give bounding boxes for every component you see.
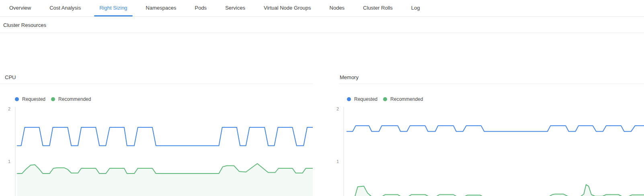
tab-right-sizing[interactable]: Right Sizing [90,0,136,16]
legend-label-recommended: Recommended [390,96,423,102]
tab-namespaces[interactable]: Namespaces [137,0,186,16]
tab-pods[interactable]: Pods [185,0,216,16]
tab-bar: OverviewCost AnalysisRight SizingNamespa… [0,0,644,17]
legend-label-requested: Requested [354,96,377,102]
memory-chart-canvas: 012Sep 13Sep 14Sep 15Sep 16Sep 17Sep 18S… [328,104,644,196]
active-tab-underline [94,15,132,16]
section-title-cluster-resources: Cluster Resources [0,17,644,33]
legend-item-requested[interactable]: Requested [15,96,45,102]
tab-overview[interactable]: Overview [0,0,40,16]
tab-virtual-node-groups[interactable]: Virtual Node Groups [254,0,320,16]
right-sizing-page: OverviewCost AnalysisRight SizingNamespa… [0,0,644,196]
cpu-chart-legend: RequestedRecommended [0,94,313,104]
tab-nodes[interactable]: Nodes [320,0,354,16]
svg-text:2: 2 [8,106,10,111]
tab-cost-analysis[interactable]: Cost Analysis [40,0,90,16]
svg-text:1: 1 [8,159,10,164]
legend-label-requested: Requested [22,96,45,102]
svg-text:2: 2 [336,106,339,111]
legend-dot-requested [347,97,351,101]
legend-dot-requested [15,97,19,101]
tab-log[interactable]: Log [402,0,429,16]
memory-chart-card: Memory RequestedRecommended 012Sep 13Sep… [328,33,644,196]
legend-dot-recommended [383,97,387,101]
charts-row: CPU RequestedRecommended 012Sep 13Sep 14… [0,33,644,196]
legend-item-recommended[interactable]: Recommended [383,96,423,102]
cpu-chart-title: CPU [0,73,313,84]
tab-services[interactable]: Services [216,0,254,16]
memory-chart-legend: RequestedRecommended [328,94,644,104]
legend-dot-recommended [51,97,55,101]
cpu-chart-canvas: 012Sep 13Sep 14Sep 15Sep 16Sep 17Sep 18S… [0,104,313,196]
legend-item-requested[interactable]: Requested [347,96,377,102]
legend-label-recommended: Recommended [58,96,91,102]
svg-text:1: 1 [336,159,339,164]
legend-item-recommended[interactable]: Recommended [51,96,91,102]
tab-cluster-rolls[interactable]: Cluster Rolls [354,0,402,16]
memory-chart-title: Memory [339,73,644,84]
cpu-chart-card: CPU RequestedRecommended 012Sep 13Sep 14… [0,33,313,196]
